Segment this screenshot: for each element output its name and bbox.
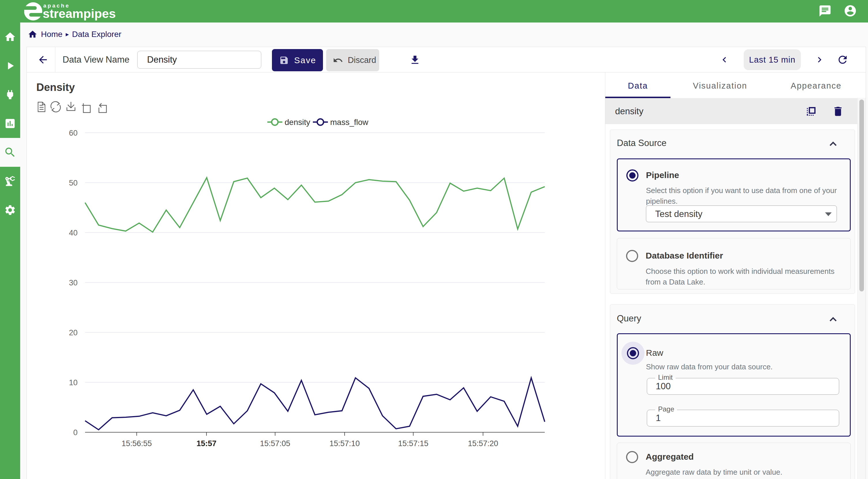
svg-text:15:56:55: 15:56:55: [121, 439, 152, 448]
svg-text:15:57:05: 15:57:05: [260, 439, 290, 448]
svg-text:0: 0: [73, 428, 78, 437]
svg-text:streampipes: streampipes: [43, 7, 116, 21]
svg-text:15:57:20: 15:57:20: [468, 439, 498, 448]
svg-text:15:57:15: 15:57:15: [398, 439, 428, 448]
svg-text:40: 40: [69, 229, 78, 237]
svg-text:60: 60: [69, 129, 78, 137]
svg-text:10: 10: [69, 378, 78, 387]
svg-text:15:57:10: 15:57:10: [329, 439, 360, 448]
svg-text:density: density: [285, 118, 310, 127]
svg-text:mass_flow: mass_flow: [330, 118, 369, 127]
svg-text:15:57: 15:57: [196, 439, 216, 448]
svg-text:20: 20: [69, 328, 78, 337]
svg-text:50: 50: [69, 179, 78, 187]
svg-text:30: 30: [69, 278, 78, 287]
